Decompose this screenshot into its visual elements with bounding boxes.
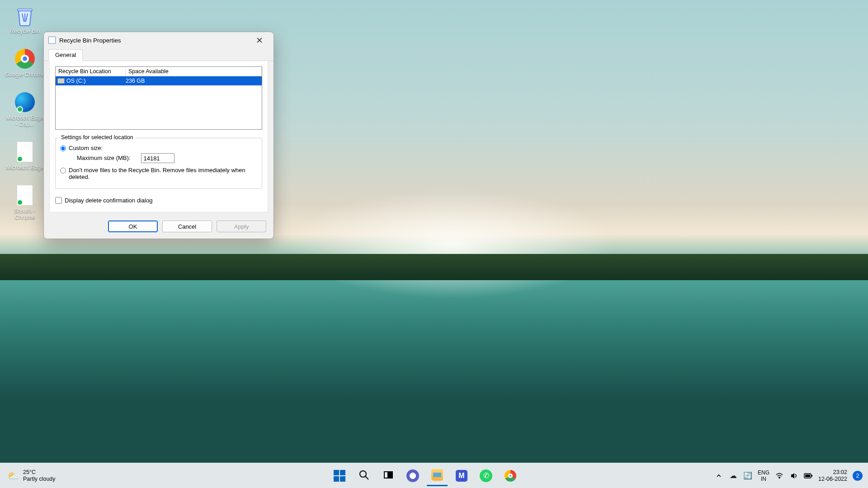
weather-temp: 25°C xyxy=(23,469,56,476)
desktop-icon-ms-edge-doc[interactable]: Microsoft Edge xyxy=(5,141,45,171)
taskbar-app-chrome[interactable] xyxy=(500,465,521,486)
max-size-label: Maximum size (MB): xyxy=(77,155,130,161)
close-button[interactable] xyxy=(249,33,270,47)
svg-rect-7 xyxy=(805,474,810,477)
weather-icon: ⛅ xyxy=(7,470,19,481)
list-header: Recycle Bin Location Space Available xyxy=(56,67,262,76)
battery-icon[interactable] xyxy=(804,471,813,480)
recycle-bin-properties-dialog: Recycle Bin Properties General Recycle B… xyxy=(43,32,274,239)
list-row-os-c[interactable]: OS (C:) 236 GB xyxy=(56,76,262,85)
taskbar-center: M ✆ xyxy=(136,465,714,486)
desktop-icons: Recycle Bin Google Chrome Microsoft Edge… xyxy=(5,5,45,234)
radio-dont-move-row: Don't move files to the Recycle Bin. Rem… xyxy=(60,165,257,182)
row-space: 236 GB xyxy=(126,78,262,84)
lang-bottom: IN xyxy=(758,476,769,482)
taskbar-app-whatsapp[interactable]: ✆ xyxy=(476,465,496,486)
whatsapp-icon: ✆ xyxy=(480,469,492,482)
confirm-checkbox[interactable] xyxy=(55,197,62,204)
recycle-bin-small-icon xyxy=(48,37,56,44)
radio-custom-size[interactable] xyxy=(60,145,66,151)
tray-overflow-button[interactable] xyxy=(714,471,723,480)
desktop-icon-recycle-bin[interactable]: Recycle Bin xyxy=(5,5,45,34)
file-explorer-icon xyxy=(431,469,443,481)
desktop-icon-label: Google Chrome xyxy=(5,71,45,78)
taskbar-app-explorer[interactable] xyxy=(427,465,448,486)
recycle-bin-icon xyxy=(14,5,36,26)
dont-move-label: Don't move files to the Recycle Bin. Rem… xyxy=(69,167,257,180)
svg-rect-3 xyxy=(389,472,392,478)
svg-point-0 xyxy=(360,471,366,477)
settings-group: Settings for selected location Custom si… xyxy=(55,138,262,189)
volume-icon[interactable] xyxy=(789,471,798,480)
col-location[interactable]: Recycle Bin Location xyxy=(56,67,126,76)
desktop-icon-edge-copy[interactable]: Microsoft Edge - Cop... xyxy=(5,91,45,127)
taskbar-app-teams[interactable] xyxy=(402,465,423,486)
lang-top: ENG xyxy=(758,469,769,476)
chrome-icon xyxy=(14,48,36,70)
svg-line-1 xyxy=(365,476,368,479)
taskbar-right: ☁ 🔄 ENG IN 23:02 12-06-2022 2 xyxy=(714,469,868,483)
desktop-icon-label: Recycle Bin xyxy=(10,28,40,34)
taskbar-clock[interactable]: 23:02 12-06-2022 xyxy=(818,469,847,483)
max-size-input[interactable] xyxy=(141,153,175,163)
cancel-button[interactable]: Cancel xyxy=(162,221,212,232)
confirm-checkbox-row: Display delete confirmation dialog xyxy=(55,197,262,204)
svg-rect-2 xyxy=(384,472,388,478)
document-icon xyxy=(14,141,36,163)
tray-icon-onedrive[interactable]: ☁ xyxy=(729,471,738,480)
wifi-icon[interactable] xyxy=(775,471,784,480)
teams-icon xyxy=(406,469,419,482)
task-view-icon xyxy=(383,469,394,482)
search-icon xyxy=(359,469,369,482)
taskbar-weather[interactable]: ⛅ 25°C Partly cloudy xyxy=(0,469,136,483)
search-button[interactable] xyxy=(354,465,374,486)
dialog-panel: Recycle Bin Location Space Available OS … xyxy=(49,61,268,212)
clock-time: 23:02 xyxy=(818,469,847,476)
custom-size-label: Custom size: xyxy=(69,145,257,151)
dialog-titlebar[interactable]: Recycle Bin Properties xyxy=(44,32,274,48)
language-switcher[interactable]: ENG IN xyxy=(758,469,769,482)
notification-count: 2 xyxy=(856,473,859,479)
start-button[interactable] xyxy=(329,465,350,486)
apply-button: Apply xyxy=(217,221,266,232)
taskbar: ⛅ 25°C Partly cloudy M ✆ ☁ 🔄 ENG IN xyxy=(0,463,868,488)
col-space[interactable]: Space Available xyxy=(126,67,262,76)
app-icon: M xyxy=(456,470,467,482)
dialog-buttons: OK Cancel Apply xyxy=(44,217,274,239)
desktop-icon-chrome[interactable]: Google Chrome xyxy=(5,48,45,78)
chrome-icon xyxy=(505,470,516,482)
svg-point-4 xyxy=(779,477,780,478)
location-list[interactable]: Recycle Bin Location Space Available OS … xyxy=(55,66,262,130)
wallpaper-trees xyxy=(0,254,868,280)
windows-logo-icon xyxy=(334,470,345,482)
group-legend: Settings for selected location xyxy=(59,134,135,141)
edge-icon xyxy=(14,91,36,113)
drive-icon xyxy=(57,78,65,84)
task-view-button[interactable] xyxy=(378,465,399,486)
desktop-icon-label: Microsoft Edge - Cop... xyxy=(5,115,45,127)
tray-icon-update[interactable]: 🔄 xyxy=(743,471,752,480)
tab-general[interactable]: General xyxy=(48,49,83,61)
desktop-icon-shruthi-chrome[interactable]: Shruthi - Chrome xyxy=(5,184,45,221)
taskbar-app-generic[interactable]: M xyxy=(451,465,472,486)
clock-date: 12-06-2022 xyxy=(818,476,847,483)
document-icon xyxy=(14,184,36,206)
row-location: OS (C:) xyxy=(66,78,85,84)
desktop-icon-label: Microsoft Edge xyxy=(6,164,43,171)
tab-strip: General xyxy=(44,48,274,61)
weather-desc: Partly cloudy xyxy=(23,476,56,483)
notifications-button[interactable]: 2 xyxy=(853,471,863,481)
svg-rect-6 xyxy=(811,475,812,477)
desktop-icon-label: Shruthi - Chrome xyxy=(5,208,45,221)
confirm-label: Display delete confirmation dialog xyxy=(65,197,152,204)
desktop[interactable]: Recycle Bin Google Chrome Microsoft Edge… xyxy=(0,0,868,488)
dialog-title: Recycle Bin Properties xyxy=(59,37,249,44)
ok-button[interactable]: OK xyxy=(108,221,158,232)
radio-dont-move[interactable] xyxy=(60,168,66,174)
radio-custom-size-row: Custom size: Maximum size (MB): xyxy=(60,143,257,165)
